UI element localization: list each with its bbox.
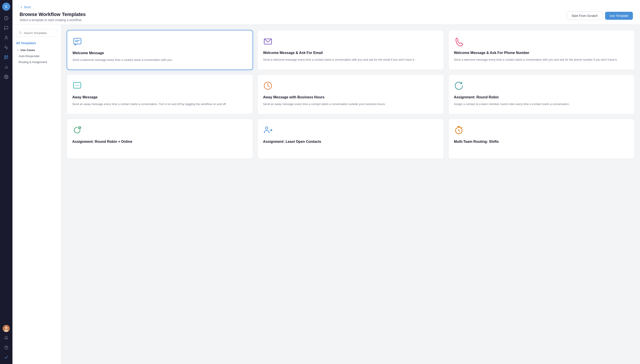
card-desc-away-message: Send an away message every time a contac…: [72, 102, 247, 106]
card-icon-multi-team: [454, 125, 629, 140]
start-from-scratch-button[interactable]: Start From Scratch: [567, 12, 602, 20]
settings-icon[interactable]: [2, 73, 10, 81]
templates-area: Welcome Message Send a welcome message e…: [61, 25, 640, 364]
svg-point-23: [79, 85, 79, 86]
template-card-round-robin-online[interactable]: Assignment: Round Robin + Online: [67, 119, 253, 159]
header-actions: Start From Scratch Use Template: [567, 12, 633, 20]
card-icon-round-robin: [454, 81, 629, 95]
reports-icon[interactable]: [2, 63, 10, 71]
sidebar-item-routing-assignment[interactable]: Routing & Assignment: [19, 60, 58, 64]
card-desc-welcome-email: Send a welcome message every time a cont…: [263, 58, 438, 62]
page-header: Back Browse Workflow Templates Select a …: [13, 0, 640, 25]
card-title-welcome-phone: Welcome Message & Ask For Phone Number: [454, 51, 629, 55]
card-icon-round-robin-online: [72, 125, 247, 140]
card-desc-round-robin: Assign a contact to a team member round …: [454, 102, 629, 106]
main-content: Back Browse Workflow Templates Select a …: [13, 0, 640, 364]
card-title-welcome-message: Welcome Message: [73, 51, 247, 56]
svg-line-15: [21, 33, 22, 34]
sidebar-use-cases-header[interactable]: Use Cases: [16, 48, 58, 52]
card-title-away-business-hours: Away Message with Business Hours: [263, 95, 438, 100]
back-button[interactable]: Back: [20, 5, 633, 9]
svg-rect-2: [5, 56, 6, 57]
templates-grid: Welcome Message Send a welcome message e…: [67, 30, 635, 159]
page-subtitle: Select a template to start creating a wo…: [20, 18, 86, 22]
use-template-button[interactable]: Use Template: [605, 12, 633, 20]
card-title-welcome-email: Welcome Message & Ask For Email: [263, 51, 438, 55]
use-cases-label: Use Cases: [21, 48, 35, 52]
card-icon-away-business-hours: [263, 81, 438, 95]
card-icon-least-open: [263, 125, 438, 140]
card-desc-welcome-phone: Send a welcome message every time a cont…: [454, 58, 629, 62]
svg-point-26: [265, 127, 268, 129]
conversations-icon[interactable]: [2, 24, 10, 32]
card-title-multi-team: Multi-Team Routing: Shifts: [454, 140, 629, 144]
card-icon-away-message: [72, 81, 247, 95]
card-icon-welcome-email: [263, 36, 438, 51]
template-card-round-robin[interactable]: Assignment: Round Robin Assign a contact…: [448, 74, 635, 114]
card-desc-away-business-hours: Send an away message every time a contac…: [263, 102, 438, 106]
card-icon-welcome-message: [73, 37, 247, 51]
left-navigation: C: [0, 0, 13, 364]
card-title-round-robin-online: Assignment: Round Robin + Online: [72, 140, 247, 144]
template-card-away-message[interactable]: Away Message Send an away message every …: [67, 74, 253, 114]
svg-line-30: [461, 127, 462, 128]
help-icon[interactable]: [2, 344, 10, 352]
card-title-away-message: Away Message: [72, 95, 247, 100]
template-card-away-business-hours[interactable]: Away Message with Business Hours Send an…: [257, 74, 444, 114]
svg-point-1: [6, 36, 7, 38]
template-card-welcome-phone[interactable]: Welcome Message & Ask For Phone Number S…: [448, 30, 635, 70]
svg-rect-4: [5, 58, 6, 59]
dashboard-icon[interactable]: [2, 14, 10, 22]
template-card-welcome-email[interactable]: Welcome Message & Ask For Email Send a w…: [257, 30, 444, 70]
svg-rect-16: [74, 38, 81, 44]
card-desc-welcome-message: Send a welcome message every time a cont…: [73, 58, 247, 62]
card-icon-welcome-phone: [454, 36, 629, 51]
svg-point-8: [6, 76, 7, 78]
contacts-icon[interactable]: [2, 34, 10, 42]
campaigns-icon[interactable]: [2, 44, 10, 52]
svg-point-14: [19, 32, 21, 34]
sidebar-item-auto-responder[interactable]: Auto-Responder: [19, 54, 58, 58]
back-label: Back: [24, 5, 31, 9]
search-input[interactable]: [24, 31, 55, 35]
card-title-least-open: Assignment: Least Open Contacts: [263, 140, 438, 144]
svg-point-21: [75, 85, 76, 86]
search-box[interactable]: [16, 29, 58, 37]
org-avatar[interactable]: C: [2, 3, 10, 11]
sidebar-all-templates[interactable]: All Templates: [16, 41, 58, 45]
body-area: All Templates Use Cases Auto-Responder R…: [13, 25, 640, 364]
svg-point-10: [5, 326, 8, 329]
template-card-welcome-message[interactable]: Welcome Message Send a welcome message e…: [67, 30, 253, 70]
status-icon[interactable]: [2, 353, 10, 361]
svg-point-22: [77, 85, 78, 86]
workflows-icon[interactable]: [2, 53, 10, 61]
sidebar: All Templates Use Cases Auto-Responder R…: [13, 25, 61, 364]
sidebar-items: Auto-Responder Routing & Assignment: [16, 54, 58, 64]
notifications-icon[interactable]: [2, 334, 10, 342]
template-card-multi-team[interactable]: Multi-Team Routing: Shifts: [448, 119, 635, 159]
search-icon: [19, 31, 22, 35]
card-title-round-robin: Assignment: Round Robin: [454, 95, 629, 100]
template-card-least-open[interactable]: Assignment: Least Open Contacts: [257, 119, 444, 159]
user-avatar[interactable]: [3, 325, 10, 332]
page-title: Browse Workflow Templates: [20, 12, 86, 17]
svg-rect-3: [7, 56, 8, 57]
